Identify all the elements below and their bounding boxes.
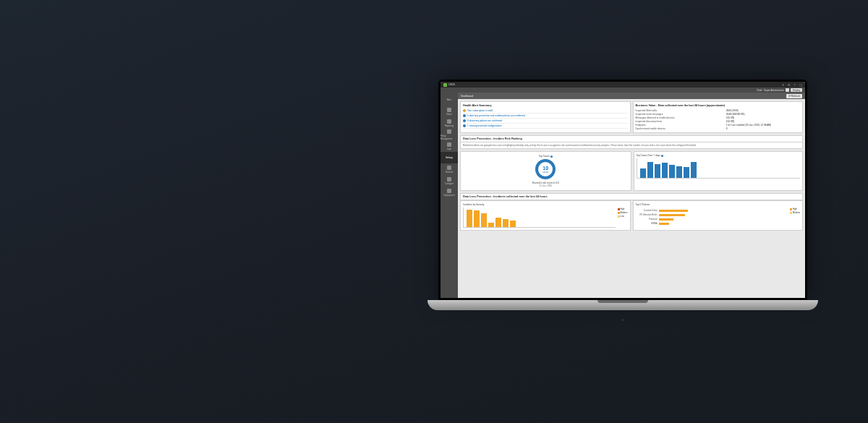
settings-icon[interactable]: ⚙ — [787, 83, 791, 87]
sidebar: Main Status Reporting Policy Management … — [441, 93, 458, 298]
logs-icon — [447, 142, 451, 147]
sidebar-item-main[interactable]: Main — [441, 94, 458, 106]
deployment-icon — [447, 189, 451, 193]
hbar-chart-policies: Customer DataPII Detection RulesFinancia… — [636, 208, 788, 226]
sidebar-item-status[interactable]: Status — [441, 106, 458, 117]
health-panel: Health Alert Summary Your subscription i… — [460, 101, 631, 133]
sidebar-item-policy[interactable]: Policy Management — [441, 129, 458, 140]
alert-row[interactable]: Your subscription is valid — [463, 108, 628, 114]
general-icon — [447, 166, 451, 170]
content-area: Dashboard ⟳ Refresh Health Alert Summary… — [458, 93, 805, 298]
policies-legend: High Medium — [790, 208, 800, 226]
refresh-icon: ⟳ — [788, 95, 791, 98]
brand-logo — [443, 83, 447, 87]
policies-card: Top 5 Policies Customer DataPII Detectio… — [633, 200, 804, 231]
alert-row[interactable]: 3 discovery policies are confirmed — [463, 119, 628, 124]
bar-chart-7days — [637, 158, 801, 179]
sidebar-item-configure[interactable]: Configure — [441, 175, 458, 187]
role-label: Role: — [757, 89, 762, 92]
policy-icon — [447, 129, 451, 134]
info-icon[interactable]: i — [550, 155, 553, 158]
info-icon — [463, 114, 466, 117]
dlp24-title: Data Loss Prevention - Incidents collect… — [460, 193, 803, 200]
reporting-icon — [447, 119, 451, 124]
topbar: DATA ✦ ⚙ ? ◯ — [441, 82, 805, 87]
app-screen: DATA ✦ ⚙ ? ◯ Role: Super Administrator D… — [441, 82, 805, 298]
bar-chart-severity — [463, 208, 616, 228]
sidebar-item-reporting[interactable]: Reporting — [441, 117, 458, 129]
alert-row[interactable]: 5 data loss prevention and mobile polici… — [463, 114, 628, 119]
info-icon — [463, 124, 466, 127]
laptop-frame: DATA ✦ ⚙ ? ◯ Role: Super Administrator D… — [438, 80, 807, 325]
deploy-button[interactable]: Deploy — [791, 88, 802, 92]
help-icon[interactable]: ? — [793, 83, 796, 87]
brand-name: DATA — [448, 83, 455, 86]
health-title: Health Alert Summary — [463, 104, 628, 107]
top-cases-7days-card: Top Cases Over 7 daysi — [634, 151, 804, 191]
biz-title: Business Value - Data collected over the… — [636, 104, 801, 107]
rolebar: Role: Super Administrator Deploy — [441, 87, 805, 93]
mail-icon — [463, 109, 466, 112]
business-value-panel: Business Value - Data collected over the… — [633, 101, 804, 133]
sidebar-item-logs[interactable]: Logs — [441, 140, 458, 152]
sidebar-item-deployment[interactable]: Deployment — [441, 187, 458, 198]
dlp-title: Data Loss Prevention - Incident Risk Ran… — [460, 135, 803, 142]
status-icon — [447, 108, 451, 112]
notifications-icon[interactable]: ✦ — [781, 83, 785, 87]
role-selector[interactable] — [786, 88, 789, 92]
screen-bezel: DATA ✦ ⚙ ? ◯ Role: Super Administrator D… — [438, 80, 807, 300]
top-cases-card: Top Casesi 10 cases Exceed a risk score … — [460, 151, 631, 191]
breadcrumb: Dashboard ⟳ Refresh — [458, 93, 805, 99]
role-value: Super Administrator — [764, 89, 784, 92]
dlp-subtitle: Related incidents are grouped into cases… — [460, 142, 803, 149]
refresh-button[interactable]: ⟳ Refresh — [786, 94, 802, 98]
webcam — [622, 319, 624, 321]
sidebar-item-general[interactable]: General — [441, 163, 458, 175]
page-title: Dashboard — [461, 95, 473, 98]
cases-gauge: 10 cases — [535, 159, 556, 179]
sidebar-item-settings[interactable]: Settings — [441, 152, 458, 163]
user-icon[interactable]: ◯ — [799, 83, 802, 87]
info-icon[interactable]: i — [661, 155, 663, 157]
configure-icon — [447, 177, 451, 181]
laptop-base — [427, 300, 818, 310]
severity-card: Incidents by Severity High Medium Low — [460, 200, 631, 231]
alert-row[interactable]: 1 missing essential configurations — [463, 124, 628, 129]
info-icon — [463, 119, 466, 122]
severity-legend: High Medium Low — [618, 208, 628, 228]
